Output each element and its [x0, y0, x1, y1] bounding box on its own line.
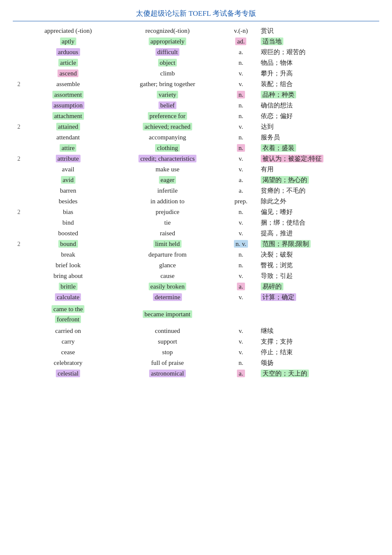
row-cn: 捆；绑；使结合	[258, 217, 379, 228]
row-def: in addition to	[111, 196, 224, 207]
row-pos	[224, 303, 258, 326]
row-word: besides	[25, 196, 111, 207]
row-def: full of praise	[111, 358, 224, 368]
row-num	[13, 111, 25, 121]
table-row: aptly appropriately ad. 适当地	[13, 36, 379, 47]
row-def: make use	[111, 164, 224, 175]
table-row: cease stop v. 停止；结束	[13, 347, 379, 358]
row-num	[13, 281, 25, 292]
row-def: became important	[111, 303, 224, 326]
table-row: avail make use v. 有用	[13, 164, 379, 175]
row-def: preference for	[111, 111, 224, 121]
row-num	[13, 228, 25, 239]
row-cn: 贫瘠的；不毛的	[258, 185, 379, 196]
row-num	[13, 185, 25, 196]
row-pos: v.	[224, 79, 258, 90]
row-def: credit; characteristics	[111, 153, 224, 164]
row-pos: a.	[224, 185, 258, 196]
row-pos: n.	[224, 143, 258, 153]
row-cn	[258, 303, 379, 326]
row-word: bring about	[25, 271, 111, 281]
row-pos: v.	[224, 336, 258, 347]
row-word: attained	[25, 121, 111, 132]
row-word: celestial	[25, 368, 111, 379]
row-cn: 品种；种类	[258, 90, 379, 100]
row-pos: n.	[224, 260, 258, 271]
table-row: assortment variety n. 品种；种类	[13, 90, 379, 100]
row-def: raised	[111, 228, 224, 239]
row-pos: v.	[224, 326, 258, 336]
table-row: carry support v. 支撑；支持	[13, 336, 379, 347]
row-cn: 渴望的；热心的	[258, 175, 379, 185]
row-pos: a.	[224, 47, 258, 58]
row-cn: 确信的想法	[258, 100, 379, 111]
row-num: 2	[13, 121, 25, 132]
row-pos: v.	[224, 164, 258, 175]
table-row: attendant accompanying n. 服务员	[13, 132, 379, 143]
row-num	[13, 347, 25, 358]
table-row: 2 bias prejudice n. 偏见；嗜好	[13, 207, 379, 217]
table-row: 2 attribute credit; characteristics v. 被…	[13, 153, 379, 164]
row-cn: 服务员	[258, 132, 379, 143]
row-pos: v.	[224, 121, 258, 132]
row-pos: v.	[224, 271, 258, 281]
table-row: attachment preference for n. 依恋；偏好	[13, 111, 379, 121]
row-def: continued	[111, 326, 224, 336]
table-row: celestial astronomical a. 天空的；天上的	[13, 368, 379, 379]
row-word: bind	[25, 217, 111, 228]
row-pos: v.(-n)	[224, 26, 258, 36]
row-cn: 除此之外	[258, 196, 379, 207]
row-num	[13, 164, 25, 175]
row-def: astronomical	[111, 368, 224, 379]
vocab-table: appreciated (-tion) recognized(-tion) v.…	[13, 26, 379, 379]
row-word: assumption	[25, 100, 111, 111]
row-num	[13, 217, 25, 228]
row-cn: 导致；引起	[258, 271, 379, 281]
table-row: brief look glance n. 瞥视；浏览	[13, 260, 379, 271]
row-def: eager	[111, 175, 224, 185]
row-pos: prep.	[224, 196, 258, 207]
row-pos: a.	[224, 368, 258, 379]
row-word: assortment	[25, 90, 111, 100]
table-row: 2 assemble gather; bring together v. 装配；…	[13, 79, 379, 90]
table-row: bind tie v. 捆；绑；使结合	[13, 217, 379, 228]
page-title: 太傻超级论坛新 TOEFL 考试备考专版	[13, 9, 379, 21]
row-def: stop	[111, 347, 224, 358]
row-def: climb	[111, 68, 224, 79]
row-word: came to theforefront	[25, 303, 111, 326]
row-num	[13, 58, 25, 68]
row-num	[13, 196, 25, 207]
row-pos: ad.	[224, 36, 258, 47]
row-num	[13, 368, 25, 379]
row-word: avid	[25, 175, 111, 185]
row-cn: 适当地	[258, 36, 379, 47]
row-word: celebratory	[25, 358, 111, 368]
row-cn: 瞥视；浏览	[258, 260, 379, 271]
table-row: besides in addition to prep. 除此之外	[13, 196, 379, 207]
row-word: ascend	[25, 68, 111, 79]
row-cn: 物品；物体	[258, 58, 379, 68]
row-num: 2	[13, 79, 25, 90]
row-cn: 装配；组合	[258, 79, 379, 90]
row-word: attendant	[25, 132, 111, 143]
row-num	[13, 175, 25, 185]
table-row: celebratory full of praise n. 颂扬	[13, 358, 379, 368]
table-row: arduous difficult a. 艰巨的；艰苦的	[13, 47, 379, 58]
row-def: limit held	[111, 239, 224, 249]
table-row: barren infertile a. 贫瘠的；不毛的	[13, 185, 379, 196]
row-cn: 有用	[258, 164, 379, 175]
row-def: support	[111, 336, 224, 347]
row-word: brittle	[25, 281, 111, 292]
row-num	[13, 47, 25, 58]
row-cn: 提高，推进	[258, 228, 379, 239]
row-num	[13, 249, 25, 260]
row-word: article	[25, 58, 111, 68]
row-cn: 支撑；支持	[258, 336, 379, 347]
row-cn: 艰巨的；艰苦的	[258, 47, 379, 58]
row-word: barren	[25, 185, 111, 196]
row-pos: n. v.	[224, 239, 258, 249]
row-def: recognized(-tion)	[111, 26, 224, 36]
row-def: object	[111, 58, 224, 68]
row-word: attachment	[25, 111, 111, 121]
row-word: cease	[25, 347, 111, 358]
